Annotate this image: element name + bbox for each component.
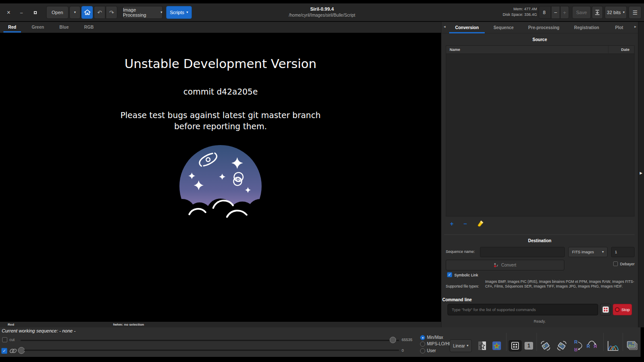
tab-blue[interactable]: Blue — [55, 22, 74, 33]
flip-vertical-icon: R R — [572, 340, 583, 351]
right-panel: ◂ Conversion Sequence Pre-processing Reg… — [441, 22, 638, 327]
false-color-icon — [492, 341, 502, 351]
start-index-input[interactable] — [611, 247, 635, 257]
tab-registration-label: Registration — [574, 25, 599, 30]
symbolic-link-label: Symbolic Link — [454, 273, 478, 277]
sequence-name-label: Sequence name: — [446, 249, 475, 254]
open-button[interactable]: Open — [46, 6, 69, 19]
debayer-checkbox[interactable] — [613, 261, 618, 266]
cut-label: cut — [9, 338, 15, 342]
output-format-dropdown[interactable]: FITS images ▾ — [568, 247, 608, 257]
tab-red[interactable]: Red — [3, 22, 21, 33]
bit-depth-dropdown[interactable]: 32 bits ▾ — [605, 6, 627, 19]
convert-icon — [494, 263, 498, 267]
scripts-menu-button[interactable]: Scripts ▾ — [166, 6, 192, 19]
radio-user-label: User — [427, 348, 436, 353]
threads-spinbox[interactable]: 8 — [539, 6, 551, 19]
clear-list-button[interactable] — [477, 220, 484, 227]
bottom-right-corner — [641, 327, 644, 357]
memory-label: Mem: 477.4M — [503, 6, 537, 12]
save-as-button[interactable] — [592, 6, 603, 19]
low-level-slider-track[interactable] — [24, 350, 399, 351]
tab-sequence[interactable]: Sequence — [488, 22, 519, 33]
restore-icon — [34, 11, 37, 14]
histogram-button[interactable] — [606, 340, 620, 351]
zoom-fit-button[interactable] — [509, 340, 522, 351]
warning-line-2: before reporting them. — [120, 121, 321, 132]
toolbar-divider — [603, 333, 604, 351]
negative-view-button[interactable] — [476, 340, 488, 351]
redo-button[interactable]: ↷ — [106, 6, 117, 19]
working-directory-path: /home/cyril/Images/siril/Bulle/Script — [289, 13, 355, 18]
tab-conversion[interactable]: Conversion — [449, 22, 485, 33]
radio-minmax[interactable] — [420, 335, 425, 340]
convert-button[interactable]: Convert — [446, 260, 564, 270]
stop-button-label: Stop — [621, 307, 630, 312]
low-level-value: 0 — [402, 348, 404, 353]
app-title: Siril-0.99.4 — [289, 6, 355, 12]
hamburger-menu-button[interactable]: ☰ — [629, 6, 641, 19]
sequence-name-input[interactable] — [480, 247, 565, 257]
chevron-down-icon: ▾ — [467, 344, 468, 347]
tab-red-label: Red — [8, 25, 16, 30]
chevron-down-icon: ▾ — [623, 11, 625, 14]
panel-expander-arrow[interactable]: ▶ — [640, 171, 642, 175]
save-button[interactable]: Save — [572, 6, 591, 19]
stop-button[interactable]: Stop — [613, 304, 632, 315]
toolbar-divider — [537, 333, 537, 351]
right-panel-tabstrip: ◂ Conversion Sequence Pre-processing Reg… — [441, 22, 638, 33]
home-icon — [83, 9, 91, 16]
undo-button[interactable]: ↶ — [94, 6, 105, 19]
command-line-input[interactable] — [447, 304, 598, 315]
tab-rgb[interactable]: RGB — [79, 22, 98, 33]
cut-checkbox[interactable] — [2, 337, 7, 342]
undo-icon: ↶ — [97, 9, 102, 16]
toolbar-divider — [506, 333, 507, 351]
zoom-100-button[interactable]: 1 — [523, 340, 535, 351]
threads-value: 8 — [543, 10, 546, 15]
remove-files-button[interactable]: − — [463, 221, 467, 227]
high-level-value: 65535 — [402, 338, 412, 342]
rotate-right-button[interactable] — [556, 340, 568, 351]
home-button[interactable] — [81, 6, 93, 19]
source-files-table[interactable]: Name Date — [446, 45, 635, 217]
save-button-label: Save — [576, 10, 587, 15]
flip-vertical-button[interactable]: R R — [571, 340, 583, 351]
close-window-button[interactable]: ✕ — [3, 3, 14, 21]
add-files-button[interactable]: + — [450, 221, 453, 227]
minimize-window-button[interactable]: – — [16, 3, 27, 21]
tab-plot[interactable]: Plot — [609, 22, 629, 33]
radio-mips-lo-hi[interactable] — [420, 341, 425, 347]
high-level-slider-track[interactable] — [21, 340, 399, 341]
scripts-label: Scripts — [170, 10, 185, 15]
high-level-slider-handle[interactable] — [390, 337, 396, 343]
open-recent-dropdown[interactable]: ▾ — [69, 6, 80, 19]
symbolic-link-checkbox[interactable]: ✓ — [447, 272, 452, 277]
tab-pre-processing[interactable]: Pre-processing — [524, 22, 564, 33]
close-icon: ✕ — [6, 10, 10, 15]
tab-registration[interactable]: Registration — [568, 22, 605, 33]
command-list-button[interactable] — [600, 304, 611, 315]
link-levels-checkbox[interactable]: ✓ — [1, 348, 7, 354]
siril-logo — [179, 143, 262, 219]
image-canvas[interactable]: Unstable Development Version commit d42a… — [0, 33, 441, 322]
restore-window-button[interactable] — [30, 3, 40, 21]
false-color-button[interactable] — [491, 340, 503, 351]
radio-user[interactable] — [420, 348, 425, 353]
bottom-bar: Current working sequence: - none - cut 6… — [0, 327, 644, 357]
threads-decrement-button[interactable]: − — [551, 6, 560, 19]
tabs-scroll-left-button[interactable]: ◂ — [444, 24, 446, 29]
flip-horizontal-button[interactable]: R R — [586, 340, 598, 351]
tabs-scroll-right-button[interactable]: ▸ — [634, 24, 636, 29]
rotate-left-button[interactable] — [540, 340, 552, 351]
fwhm-status: fwhm: no selection — [113, 323, 144, 326]
tab-green[interactable]: Green — [27, 22, 49, 33]
bit-depth-value: 32 bits — [607, 10, 620, 15]
sequence-frames-button[interactable] — [625, 340, 639, 351]
column-name: Name — [450, 47, 460, 52]
threads-increment-button[interactable]: + — [560, 6, 569, 19]
chevron-down-icon: ▾ — [186, 11, 188, 14]
source-section-title: Source — [441, 37, 638, 42]
image-processing-menu-button[interactable]: Image Processing ▾ — [122, 6, 163, 19]
display-mode-dropdown[interactable]: Linear ▾ — [450, 339, 472, 352]
